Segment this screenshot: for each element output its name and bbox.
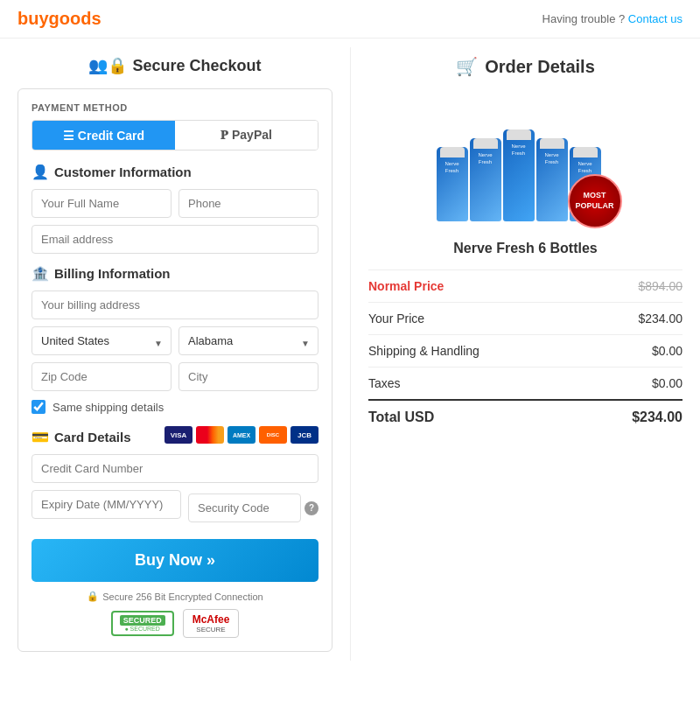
- tab-credit-card[interactable]: ☰ Credit Card: [32, 121, 175, 150]
- left-panel: 👥🔒 Secure Checkout PAYMENT METHOD ☰ Cred…: [0, 47, 350, 661]
- billing-address-input[interactable]: [32, 290, 318, 319]
- zip-input[interactable]: [32, 362, 172, 391]
- mastercard-icon: [196, 426, 224, 444]
- card-number-input[interactable]: [32, 454, 318, 483]
- bottle-3: NerveFresh: [503, 130, 535, 221]
- normal-price-value: $894.00: [638, 279, 682, 293]
- card-details-header: 💳 Card Details VISA AMEX DISC JCB: [32, 424, 318, 445]
- your-price-label: Your Price: [368, 312, 424, 326]
- checkout-title-text: Secure Checkout: [132, 57, 261, 75]
- order-line-shipping: Shipping & Handling $0.00: [368, 334, 682, 367]
- security-note: 🔒 Secure 256 Bit Encrypted Connection: [32, 591, 318, 602]
- product-image: NerveFresh NerveFresh NerveFresh NerveFr…: [430, 90, 622, 230]
- customer-info-header: 👤 Customer Information: [32, 164, 318, 180]
- total-value: $234.00: [632, 410, 682, 425]
- order-lines: Normal Price $894.00 Your Price $234.00 …: [368, 270, 682, 434]
- secured-badge-bottom: ● SECURED: [120, 626, 165, 632]
- lock-icon: 🔒: [87, 591, 99, 602]
- card-details-heading: Card Details: [54, 430, 131, 444]
- billing-icon: 🏦: [32, 265, 49, 282]
- header-right: Having trouble ? Contact us: [542, 12, 682, 25]
- logo: buygoods: [18, 9, 102, 29]
- card-icons: VISA AMEX DISC JCB: [164, 426, 318, 444]
- payment-method-label: PAYMENT METHOD: [32, 102, 318, 113]
- cart-icon: 🛒: [456, 56, 478, 77]
- secured-badge-top: SECURED: [120, 615, 165, 626]
- security-code-wrapper: ?: [188, 490, 318, 526]
- order-title-text: Order Details: [485, 57, 595, 77]
- country-state-row: United States Canada United Kingdom Alab…: [32, 326, 318, 362]
- paypal-icon: 𝐏: [220, 128, 228, 142]
- form-card: PAYMENT METHOD ☰ Credit Card 𝐏 PayPal 👤 …: [18, 88, 332, 652]
- product-image-area: NerveFresh NerveFresh NerveFresh NerveFr…: [368, 90, 682, 230]
- security-code-input[interactable]: [188, 494, 301, 522]
- shipping-label: Shipping & Handling: [368, 344, 480, 358]
- total-label: Total USD: [368, 410, 434, 425]
- same-shipping-label: Same shipping details: [52, 401, 164, 414]
- most-popular-text: MOST POPULAR: [570, 191, 620, 211]
- header: buygoods Having trouble ? Contact us: [0, 0, 700, 38]
- billing-info-heading: Billing Information: [54, 266, 171, 281]
- security-note-text: Secure 256 Bit Encrypted Connection: [102, 592, 262, 602]
- mcafee-top: McAfee: [192, 613, 230, 626]
- bottle-1: NerveFresh: [437, 147, 468, 221]
- logo-buy: buy: [18, 9, 49, 28]
- paypal-label: PayPal: [232, 128, 272, 142]
- name-phone-row: [32, 189, 318, 225]
- mcafee-badge: McAfee SECURE: [183, 609, 240, 638]
- expiry-input[interactable]: [32, 490, 181, 519]
- your-price-value: $234.00: [638, 312, 682, 326]
- same-shipping-row: Same shipping details: [32, 400, 318, 414]
- taxes-label: Taxes: [368, 376, 401, 390]
- order-line-total: Total USD $234.00: [368, 399, 682, 434]
- full-name-input[interactable]: [32, 189, 172, 218]
- country-select[interactable]: United States Canada United Kingdom: [32, 326, 172, 355]
- product-name: Nerve Fresh 6 Bottles: [368, 241, 682, 256]
- card-icon: 💳: [32, 429, 49, 445]
- buy-now-button[interactable]: Buy Now »: [32, 539, 318, 582]
- bottle-4: NerveFresh: [536, 138, 568, 221]
- tab-paypal[interactable]: 𝐏 PayPal: [175, 121, 318, 150]
- trouble-text: Having trouble ?: [542, 12, 626, 25]
- billing-info-header: 🏦 Billing Information: [32, 265, 318, 282]
- secure-icon: 👥🔒: [88, 56, 127, 75]
- main-layout: 👥🔒 Secure Checkout PAYMENT METHOD ☰ Cred…: [0, 38, 700, 669]
- state-select[interactable]: Alabama Alaska Arizona: [178, 326, 318, 355]
- mcafee-bottom: SECURE: [192, 626, 230, 634]
- payment-tabs: ☰ Credit Card 𝐏 PayPal: [32, 120, 318, 150]
- shipping-value: $0.00: [652, 344, 682, 358]
- bottle-2: NerveFresh: [470, 138, 501, 221]
- logo-goods: goods: [49, 9, 102, 28]
- right-panel: 🛒 Order Details NerveFresh NerveFresh Ne…: [350, 47, 700, 661]
- most-popular-badge: MOST POPULAR: [568, 174, 622, 228]
- user-icon: 👤: [32, 164, 49, 180]
- state-wrapper: Alabama Alaska Arizona: [178, 326, 318, 362]
- email-input[interactable]: [32, 225, 318, 254]
- city-input[interactable]: [178, 362, 318, 391]
- checkout-title: 👥🔒 Secure Checkout: [18, 56, 332, 75]
- customer-info-heading: Customer Information: [54, 164, 192, 179]
- trust-badges: SECURED ● SECURED McAfee SECURE: [32, 609, 318, 638]
- country-wrapper: United States Canada United Kingdom: [32, 326, 172, 362]
- order-title: 🛒 Order Details: [368, 56, 682, 77]
- order-line-normal-price: Normal Price $894.00: [368, 270, 682, 302]
- zip-city-row: [32, 362, 318, 398]
- same-shipping-checkbox[interactable]: [32, 400, 46, 414]
- secured-badge: SECURED ● SECURED: [111, 611, 174, 636]
- credit-card-icon: ☰: [63, 129, 74, 143]
- order-line-taxes: Taxes $0.00: [368, 367, 682, 399]
- discover-icon: DISC: [259, 426, 287, 444]
- credit-card-label: Credit Card: [78, 129, 144, 143]
- normal-price-label: Normal Price: [368, 279, 444, 293]
- card-details-title: 💳 Card Details: [32, 429, 131, 445]
- jcb-icon: JCB: [290, 426, 318, 444]
- contact-link[interactable]: Contact us: [628, 12, 682, 25]
- visa-icon: VISA: [164, 426, 192, 444]
- order-line-your-price: Your Price $234.00: [368, 302, 682, 334]
- expiry-security-row: ?: [32, 490, 318, 526]
- taxes-value: $0.00: [652, 376, 682, 390]
- amex-icon: AMEX: [228, 426, 256, 444]
- phone-input[interactable]: [178, 189, 318, 218]
- security-help-icon[interactable]: ?: [304, 501, 318, 515]
